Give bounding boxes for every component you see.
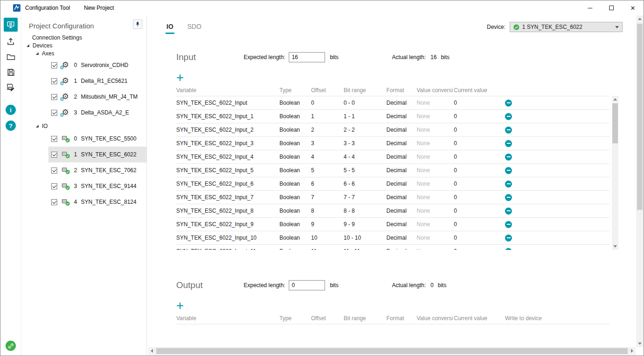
tree-node-label: Connection Settings	[32, 34, 82, 41]
help-button[interactable]: ?	[6, 121, 16, 131]
close-button[interactable]: ✕	[622, 0, 644, 15]
connect-button[interactable]	[6, 341, 16, 351]
tree-item-axis[interactable]: 0 Servotronix_CDHD	[48, 57, 146, 73]
checkbox[interactable]	[51, 152, 57, 158]
export-button[interactable]	[3, 34, 18, 49]
collapse-icon[interactable]	[36, 125, 39, 128]
tree-item-io-device[interactable]: 3 SYN_TEK_ESC_9144	[48, 178, 146, 194]
cell-value-conversion: None	[417, 181, 454, 187]
scroll-down-icon[interactable]	[638, 343, 642, 345]
device-selector-row: Device: 1 SYN_TEK_ESC_6022	[487, 22, 623, 32]
cell-variable: SYN_TEK_ESC_6022_Input_3	[176, 140, 279, 147]
main-vertical-scrollbar[interactable]	[636, 15, 644, 347]
table-row[interactable]: SYN_TEK_ESC_6022_Input_10 Boolean 10 10 …	[176, 231, 610, 245]
pin-button[interactable]	[133, 20, 142, 29]
scroll-right-icon[interactable]	[631, 349, 633, 353]
save-button[interactable]	[3, 65, 18, 80]
scrollbar-thumb[interactable]	[612, 103, 618, 143]
open-project-button[interactable]	[3, 49, 18, 64]
save-as-icon	[7, 83, 15, 92]
checkbox[interactable]	[51, 94, 57, 100]
remove-row-button[interactable]	[505, 235, 512, 242]
table-row[interactable]: SYN_TEK_ESC_6022_Input_2 Boolean 2 2 - 2…	[176, 123, 610, 137]
minimize-button[interactable]	[579, 0, 601, 15]
scrollbar-thumb[interactable]	[156, 348, 628, 354]
checkbox[interactable]	[51, 136, 57, 142]
tree-node-connection-settings[interactable]: Connection Settings	[21, 34, 146, 41]
checkbox[interactable]	[51, 183, 57, 189]
cell-value-conversion: None	[417, 113, 454, 120]
remove-row-button[interactable]	[505, 100, 512, 107]
table-row[interactable]: SYN_TEK_ESC_6022_Input_8 Boolean 8 8 - 8…	[176, 204, 610, 218]
cell-current-value: 0	[454, 181, 505, 187]
tab[interactable]: SDO	[186, 23, 202, 34]
remove-row-button[interactable]	[505, 208, 512, 215]
table-row[interactable]: SYN_TEK_ESC_6022_Input Boolean 0 0 - 0 D…	[176, 96, 610, 110]
table-row[interactable]: SYN_TEK_ESC_6022_Input_11 Boolean 11 11 …	[176, 245, 610, 250]
collapse-icon[interactable]	[27, 44, 29, 47]
collapse-icon[interactable]	[36, 52, 39, 55]
remove-row-button[interactable]	[505, 194, 512, 201]
app-window: Configuration Tool New Project ✕	[0, 0, 644, 356]
tree-item-axis[interactable]: 3 Delta_ASDA_A2_E	[48, 105, 146, 121]
remove-row-button[interactable]	[505, 140, 512, 147]
tree-item-io-device[interactable]: 0 SYN_TEK_ESC_5500	[48, 131, 146, 147]
input-table-scrollbar[interactable]	[612, 96, 618, 250]
main-horizontal-scrollbar[interactable]	[148, 347, 636, 355]
table-row[interactable]: SYN_TEK_ESC_6022_Input_4 Boolean 4 4 - 4…	[176, 150, 610, 164]
remove-row-button[interactable]	[505, 113, 512, 120]
output-expected-length-input[interactable]	[289, 280, 325, 290]
remove-row-button[interactable]	[505, 154, 512, 161]
folder-icon	[7, 53, 15, 61]
remove-row-button[interactable]	[505, 248, 512, 250]
maximize-button[interactable]	[601, 0, 622, 15]
pin-icon	[135, 21, 140, 27]
scrollbar-thumb[interactable]	[637, 24, 643, 210]
checkbox[interactable]	[51, 168, 57, 174]
table-row[interactable]: SYN_TEK_ESC_6022_Input_1 Boolean 1 1 - 1…	[176, 110, 610, 123]
tree-item-io-device[interactable]: 4 SYN_TEK_ESC_8124	[48, 194, 146, 210]
cell-type: Boolean	[279, 208, 311, 214]
remove-row-button[interactable]	[505, 127, 512, 134]
remove-row-button[interactable]	[505, 221, 512, 228]
scroll-left-icon[interactable]	[151, 349, 153, 353]
add-input-variable-button[interactable]: +	[176, 71, 188, 84]
tree-item-io-device[interactable]: 2 SYN_TEK_ESC_7062	[48, 162, 146, 178]
table-row[interactable]: SYN_TEK_ESC_6022_Input_3 Boolean 3 3 - 3…	[176, 137, 610, 150]
remove-row-button[interactable]	[505, 181, 512, 188]
checkbox[interactable]	[51, 110, 57, 116]
checkbox[interactable]	[51, 62, 57, 68]
tree-item-axis[interactable]: 2 Mitsubishi_MR_J4_TM	[48, 89, 146, 105]
add-output-variable-button[interactable]: +	[176, 299, 188, 312]
tree-item-io-device[interactable]: 1 SYN_TEK_ESC_6022	[48, 147, 146, 162]
remove-row-button[interactable]	[505, 167, 512, 174]
device-dropdown[interactable]: 1 SYN_TEK_ESC_6022	[510, 22, 623, 32]
cell-type: Boolean	[279, 100, 311, 106]
tab[interactable]: IO	[166, 23, 174, 34]
expected-length-input[interactable]	[289, 52, 325, 62]
cell-value-conversion: None	[417, 100, 454, 106]
tree-node-devices[interactable]: Devices	[21, 41, 146, 49]
scroll-up-icon[interactable]	[638, 18, 642, 20]
output-section: Output Expected length: bits Actual leng…	[176, 280, 618, 325]
tree-item-axis[interactable]: 1 Delta_R1_EC5621	[48, 73, 146, 89]
save-as-button[interactable]	[3, 80, 18, 95]
table-row[interactable]: SYN_TEK_ESC_6022_Input_5 Boolean 5 5 - 5…	[176, 164, 610, 177]
checkbox[interactable]	[51, 78, 57, 84]
tree-node-io[interactable]: IO	[21, 122, 146, 130]
menu-new-project[interactable]: New Project	[81, 5, 117, 11]
info-button[interactable]: i	[6, 105, 16, 115]
tree-node-axes[interactable]: Axes	[21, 49, 146, 57]
table-row[interactable]: SYN_TEK_ESC_6022_Input_6 Boolean 6 6 - 6…	[176, 177, 610, 191]
column-header-value-conversion: Value conversi	[417, 87, 454, 94]
table-row[interactable]: SYN_TEK_ESC_6022_Input_9 Boolean 9 9 - 9…	[176, 218, 610, 231]
scroll-down-icon[interactable]	[613, 245, 617, 248]
checkbox[interactable]	[51, 199, 57, 205]
column-header-current-value: Current value	[454, 87, 505, 94]
item-name: SYN_TEK_ESC_6022	[81, 151, 136, 158]
project-configuration-tool-button[interactable]	[4, 18, 18, 32]
table-row[interactable]: SYN_TEK_ESC_6022_Input_7 Boolean 7 7 - 7…	[176, 191, 610, 204]
item-name: Mitsubishi_MR_J4_TM	[81, 94, 138, 100]
scroll-up-icon[interactable]	[613, 98, 617, 101]
output-section-head: Output Expected length: bits Actual leng…	[176, 280, 618, 291]
